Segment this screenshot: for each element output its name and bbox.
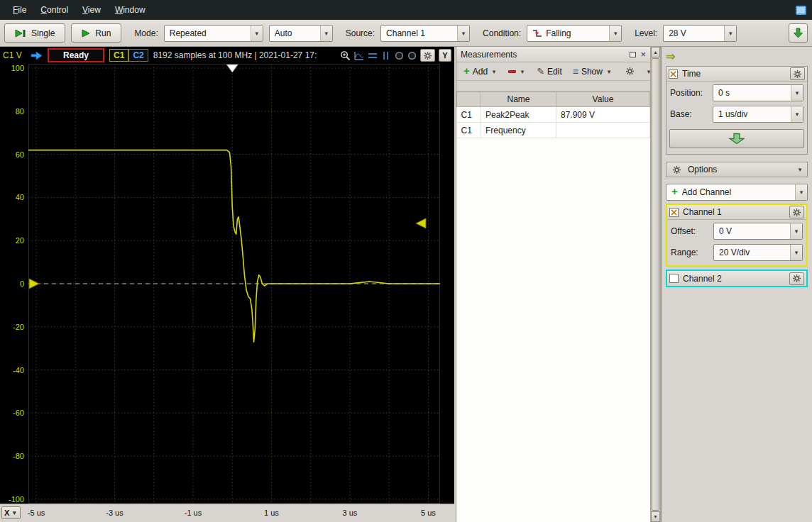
chevron-down-icon[interactable] xyxy=(609,26,621,41)
channel-tab-c1[interactable]: C1 xyxy=(109,49,128,62)
level-step-down-button[interactable] xyxy=(789,23,808,43)
chevron-down-icon[interactable] xyxy=(795,184,807,200)
options-dropdown[interactable]: Options xyxy=(666,162,808,177)
column-header-value[interactable]: Value xyxy=(556,92,650,107)
scope-status-icons: Y xyxy=(340,49,451,62)
window-dock-icon[interactable] xyxy=(796,6,806,15)
column-header-channel[interactable] xyxy=(457,92,481,107)
range-label: Range: xyxy=(671,248,710,257)
menu-window[interactable]: Window xyxy=(108,2,153,18)
channel-tab-c2[interactable]: C2 xyxy=(128,49,148,62)
measurement-channel: C1 xyxy=(457,123,481,138)
big-down-arrow-icon xyxy=(729,133,745,145)
channel1-settings-button[interactable] xyxy=(789,206,804,218)
edit-measurement-button[interactable]: Edit xyxy=(532,65,566,79)
indicator-circle-2-icon[interactable] xyxy=(407,51,417,60)
expand-panel-icon[interactable] xyxy=(666,52,675,62)
channel-offset-marker[interactable] xyxy=(29,279,39,289)
remove-measurement-button[interactable] xyxy=(504,65,530,79)
waveform-channel-1 xyxy=(28,150,440,343)
scroll-up-button[interactable] xyxy=(651,47,660,57)
measurements-settings-button[interactable] xyxy=(621,65,639,79)
green-down-arrow-icon xyxy=(793,28,803,38)
status-badge: Ready xyxy=(48,48,104,62)
single-button[interactable]: Single xyxy=(4,23,65,43)
options-label: Options xyxy=(688,165,792,174)
zoom-in-icon[interactable] xyxy=(340,50,351,61)
scope-status-bar: C1 V Ready C1C2 8192 samples at 100 MHz … xyxy=(0,47,454,64)
check-x-icon xyxy=(671,209,677,216)
y-tick-label: 40 xyxy=(0,193,24,201)
chevron-down-icon[interactable] xyxy=(791,85,803,101)
add-measurement-button[interactable]: Add xyxy=(459,65,502,79)
condition-select[interactable]: Falling xyxy=(527,25,622,42)
measurements-toolbar: Add Edit Show xyxy=(456,62,650,81)
menu-view[interactable]: View xyxy=(75,2,108,18)
show-menu-button[interactable]: Show xyxy=(569,65,617,79)
time-settings-button[interactable] xyxy=(790,67,805,80)
chevron-down-icon[interactable] xyxy=(790,223,802,239)
chevron-down-icon[interactable] xyxy=(790,245,802,260)
apply-time-button[interactable] xyxy=(669,129,804,148)
menu-control[interactable]: Control xyxy=(33,2,75,18)
gear-icon xyxy=(625,67,635,76)
chevron-down-icon xyxy=(796,166,803,173)
base-select[interactable]: 1 us/div xyxy=(713,106,803,123)
add-measurement-label: Add xyxy=(473,67,488,77)
offset-select[interactable]: 0 V xyxy=(713,223,803,240)
chevron-down-icon[interactable] xyxy=(320,26,332,41)
indicator-circle-1-icon[interactable] xyxy=(395,51,404,60)
float-panel-icon[interactable] xyxy=(630,52,636,57)
time-section-checkbox[interactable] xyxy=(669,70,678,79)
x-axis-mode-button[interactable]: X xyxy=(1,506,21,519)
plus-icon xyxy=(671,187,678,197)
trigger-level-marker[interactable] xyxy=(416,218,426,228)
level-input[interactable]: 28 V xyxy=(663,25,737,42)
waveform-view-icon[interactable] xyxy=(354,51,364,60)
measurement-name: Frequency xyxy=(481,123,556,138)
range-select[interactable]: 20 V/div xyxy=(713,244,803,261)
channel2-checkbox[interactable] xyxy=(669,274,679,283)
x-tick-label: 3 us xyxy=(343,509,358,517)
channel2-settings-button[interactable] xyxy=(789,272,804,285)
plot-settings-button[interactable] xyxy=(420,49,435,62)
chevron-down-icon[interactable] xyxy=(251,26,263,41)
plot-area: 100806040200-20-40-60-80-100 xyxy=(0,64,454,504)
mode-select[interactable]: Repeated xyxy=(164,25,263,42)
scroll-thumb[interactable] xyxy=(652,58,659,511)
chevron-down-icon[interactable] xyxy=(791,106,803,122)
measurements-panel: Measurements Add Edit Show xyxy=(456,47,650,522)
position-value: 0 s xyxy=(713,85,791,101)
run-button[interactable]: Run xyxy=(71,23,121,43)
gear-icon xyxy=(792,274,801,283)
scope-plot[interactable] xyxy=(28,64,440,504)
y-tick-label: -60 xyxy=(0,409,24,417)
chevron-down-icon xyxy=(605,68,613,75)
measurements-table: Name Value C1Peak2Peak87.909 VC1Frequenc… xyxy=(456,91,650,138)
source-value: Channel 1 xyxy=(381,26,457,41)
position-label: Position: xyxy=(670,88,710,98)
vertical-scrollbar[interactable] xyxy=(650,47,661,522)
y-axis-mode-button[interactable]: Y xyxy=(439,49,451,62)
horizontal-cursors-icon[interactable] xyxy=(368,51,378,60)
menu-file[interactable]: File xyxy=(6,2,33,18)
position-select[interactable]: 0 s xyxy=(713,84,803,101)
pencil-icon xyxy=(537,66,544,77)
close-panel-icon[interactable] xyxy=(640,50,646,60)
column-header-name[interactable]: Name xyxy=(481,92,556,107)
falling-edge-icon xyxy=(532,29,542,38)
trigger-mode-select[interactable]: Auto xyxy=(269,25,333,42)
add-channel-dropdown[interactable]: Add Channel xyxy=(666,184,808,201)
run-button-label: Run xyxy=(95,28,111,38)
source-select[interactable]: Channel 1 xyxy=(380,25,470,42)
chevron-down-icon[interactable] xyxy=(457,26,469,41)
add-channel-label: Add Channel xyxy=(682,187,731,197)
scroll-down-button[interactable] xyxy=(651,511,660,522)
chevron-down-icon[interactable] xyxy=(724,26,736,41)
measurement-row[interactable]: C1Peak2Peak87.909 V xyxy=(457,107,650,123)
gear-icon xyxy=(793,70,802,79)
channel1-checkbox[interactable] xyxy=(669,208,679,217)
offset-label: Offset: xyxy=(671,226,710,236)
measurement-row[interactable]: C1Frequency xyxy=(457,123,650,138)
vertical-cursors-icon[interactable] xyxy=(381,51,391,60)
